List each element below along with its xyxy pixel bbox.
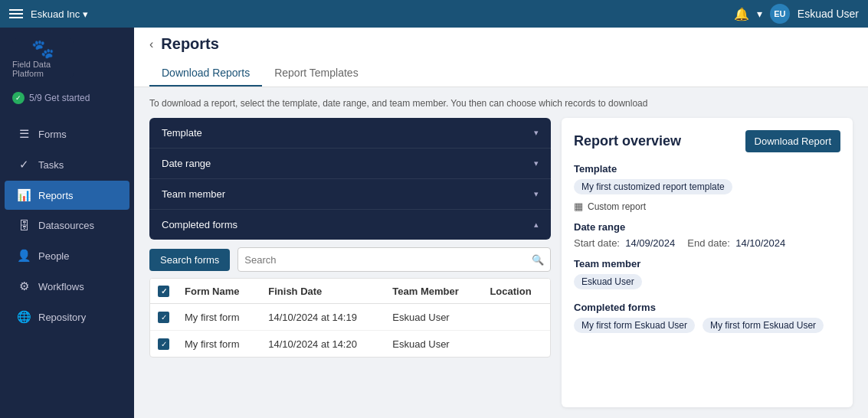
accordion-item-team-member: Team member ▾: [149, 179, 551, 210]
overview-team-label: Team member: [574, 258, 840, 269]
sidebar-item-reports[interactable]: 📊 Reports: [5, 181, 129, 210]
page-title: Reports: [161, 35, 219, 53]
table-header-form-name: Form Name: [177, 279, 260, 304]
sidebar-nav: ☰ Forms ✓ Tasks 📊 Reports 🗄 Datasources …: [0, 113, 134, 338]
sidebar-item-workflows[interactable]: ⚙ Workflows: [5, 272, 129, 301]
form-name-cell: My first form: [177, 331, 260, 358]
end-date-label: End date:: [687, 237, 730, 249]
report-overview-title: Report overview: [574, 133, 681, 149]
search-input[interactable]: [244, 254, 532, 266]
accordion-header-template[interactable]: Template ▾: [149, 118, 551, 148]
table-header-finish-date: Finish Date: [260, 279, 385, 304]
overview-completed-forms-section: Completed forms My first form Eskuad Use…: [574, 302, 840, 336]
custom-report-text: Custom report: [588, 201, 646, 212]
end-date-value: 14/10/2024: [735, 237, 785, 249]
sidebar-item-datasources[interactable]: 🗄 Datasources: [5, 211, 129, 240]
team-member-cell: Eskuad User: [385, 331, 482, 358]
table-row: ✓ My first form 14/10/2024 at 14:19 Esku…: [150, 304, 550, 331]
location-cell: [482, 331, 550, 358]
accordion-item-date-range: Date range ▾: [149, 149, 551, 179]
bell-icon[interactable]: 🔔: [734, 7, 749, 21]
template-tag: My first customized report template: [574, 179, 732, 194]
menu-icon[interactable]: [9, 9, 23, 18]
form-name-cell: My first form: [177, 304, 260, 331]
chevron-down-icon: ▾: [534, 189, 539, 199]
sidebar: 🐾 Field Data Platform ✓ 5/9 Get started …: [0, 28, 134, 418]
start-date-value: 14/09/2024: [625, 237, 675, 249]
right-panel: Report overview Download Report Template…: [562, 118, 853, 407]
table-header-team-member: Team Member: [385, 279, 482, 304]
search-box: 🔍: [237, 247, 551, 272]
sidebar-item-tasks[interactable]: ✓ Tasks: [5, 150, 129, 179]
accordion-header-date-range[interactable]: Date range ▾: [149, 149, 551, 178]
logo: 🐾 Field Data Platform: [12, 38, 74, 78]
overview-date-section: Date range Start date: 14/09/2024 End da…: [574, 221, 840, 249]
two-column-layout: Template ▾ Date range ▾: [149, 118, 853, 407]
start-date-label: Start date:: [574, 237, 620, 249]
table-icon: ▦: [574, 201, 583, 212]
report-overview-header: Report overview Download Report: [574, 130, 840, 152]
search-forms-button[interactable]: Search forms: [149, 249, 230, 271]
topbar: Eskuad Inc ▾ 🔔 ▾ EU Eskuad User: [0, 0, 868, 28]
content-area: ‹ Reports Download Reports Report Templa…: [134, 28, 868, 418]
overview-completed-forms-label: Completed forms: [574, 302, 840, 313]
user-name: Eskuad User: [798, 8, 859, 20]
search-row: Search forms 🔍: [149, 247, 551, 272]
page-header: ‹ Reports Download Reports Report Templa…: [134, 28, 868, 87]
datasources-icon: 🗄: [17, 219, 31, 232]
chevron-down-icon: ▾: [534, 158, 539, 168]
progress-icon: ✓: [12, 92, 25, 104]
table-row: ✓ My first form 14/10/2024 at 14:20 Esku…: [150, 331, 550, 358]
row-checkbox[interactable]: ✓: [158, 312, 169, 323]
tab-download-reports[interactable]: Download Reports: [149, 60, 262, 87]
custom-report-row: ▦ Custom report: [574, 201, 840, 212]
reports-icon: 📊: [17, 188, 31, 202]
accordion-header-completed-forms[interactable]: Completed forms ▴: [149, 210, 551, 240]
sidebar-item-forms[interactable]: ☰ Forms: [5, 119, 129, 149]
completed-tags: My first form Eskuad User My first form …: [574, 318, 840, 336]
finish-date-cell: 14/10/2024 at 14:20: [260, 331, 385, 358]
chevron-up-icon: ▴: [534, 220, 539, 230]
search-icon: 🔍: [532, 254, 544, 266]
accordion-item-template: Template ▾: [149, 118, 551, 149]
overview-template-section: Template My first customized report temp…: [574, 163, 840, 212]
overview-date-label: Date range: [574, 221, 840, 233]
accordion-header-team-member[interactable]: Team member ▾: [149, 179, 551, 209]
sidebar-item-people[interactable]: 👤 People: [5, 241, 129, 270]
left-panel: Template ▾ Date range ▾: [149, 118, 551, 407]
sidebar-item-repository[interactable]: 🌐 Repository: [5, 302, 129, 331]
get-started[interactable]: ✓ 5/9 Get started: [0, 89, 134, 113]
info-text: To download a report, select the templat…: [149, 98, 853, 109]
chevron-down-icon: ▾: [534, 128, 539, 138]
completed-form-tag: My first form Eskuad User: [703, 318, 824, 333]
row-checkbox[interactable]: ✓: [158, 338, 169, 350]
tabs: Download Reports Report Templates: [149, 60, 853, 87]
company-name[interactable]: Eskuad Inc ▾: [31, 8, 88, 20]
overview-team-section: Team member Eskuad User: [574, 258, 840, 292]
table-header-checkbox: ✓: [150, 279, 177, 304]
notification-chevron-icon: ▾: [757, 8, 762, 20]
location-cell: [482, 304, 550, 331]
tab-report-templates[interactable]: Report Templates: [262, 60, 370, 87]
team-member-cell: Eskuad User: [385, 304, 482, 331]
overview-template-label: Template: [574, 163, 840, 175]
finish-date-cell: 14/10/2024 at 14:19: [260, 304, 385, 331]
page-body: To download a report, select the templat…: [134, 87, 868, 418]
team-member-tag: Eskuad User: [574, 274, 642, 289]
back-arrow-icon[interactable]: ‹: [149, 38, 153, 51]
company-chevron-icon: ▾: [83, 8, 88, 20]
avatar: EU: [770, 4, 790, 24]
download-report-button[interactable]: Download Report: [745, 130, 840, 152]
forms-icon: ☰: [17, 127, 31, 141]
select-all-checkbox[interactable]: ✓: [158, 286, 169, 297]
people-icon: 👤: [17, 249, 31, 263]
forms-table: ✓ Form Name Finish Date Team Member Loca…: [149, 278, 551, 358]
date-range-row: Start date: 14/09/2024 End date: 14/10/2…: [574, 237, 840, 249]
workflows-icon: ⚙: [17, 279, 31, 293]
tasks-icon: ✓: [17, 158, 31, 171]
completed-form-tag: My first form Eskuad User: [574, 318, 695, 333]
repository-icon: 🌐: [17, 310, 31, 324]
accordion-item-completed-forms: Completed forms ▴: [149, 210, 551, 240]
accordion: Template ▾ Date range ▾: [149, 118, 551, 240]
table-header-location: Location: [482, 279, 550, 304]
